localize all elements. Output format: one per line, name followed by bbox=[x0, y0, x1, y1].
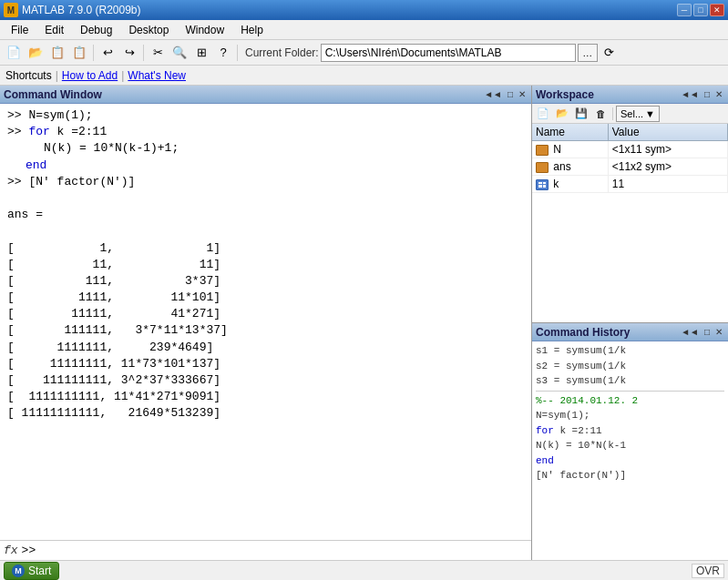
cmd-out-5: [ 11111, 41*271] bbox=[7, 306, 524, 322]
var-value-N: <1x11 sym> bbox=[608, 141, 727, 158]
hist-close-btn[interactable]: ✕ bbox=[713, 327, 724, 337]
hist-entry-8: [N' factor(N')] bbox=[536, 468, 724, 483]
command-input-bar: fx >> bbox=[0, 540, 531, 560]
menu-help[interactable]: Help bbox=[233, 22, 271, 38]
workspace-toolbar: 📄 📂 💾 🗑 Sel... ▼ bbox=[532, 104, 728, 124]
minimize-button[interactable]: ─ bbox=[677, 4, 692, 16]
right-panels: Workspace ◄◄ □ ✕ 📄 📂 💾 🗑 Sel... ▼ bbox=[532, 86, 728, 560]
history-content[interactable]: s1 = symsum(1/k s2 = symsum(1/k s3 = sym… bbox=[532, 341, 728, 560]
cmd-win-pin-btn[interactable]: ◄◄ bbox=[482, 89, 504, 99]
hist-section-label: %-- 2014.01.12. 2 bbox=[536, 393, 724, 409]
toolbar: 📄 📂 📋 📋 ↩ ↪ ✂ 🔍 ⊞ ? Current Folder: … ⟳ bbox=[0, 40, 728, 66]
undo-btn[interactable]: ↩ bbox=[97, 43, 118, 63]
cmd-out-11: [ 11111111111, 21649*513239] bbox=[7, 405, 524, 422]
ws-delete-btn[interactable]: 🗑 bbox=[591, 106, 610, 122]
folder-browse-btn[interactable]: … bbox=[578, 44, 598, 62]
cmd-out-10: [ 1111111111, 11*41*271*9091] bbox=[7, 389, 524, 405]
ws-select-label: Sel... bbox=[620, 108, 643, 119]
cmd-line-5: >> [N' factor(N')] bbox=[7, 174, 524, 190]
menu-edit[interactable]: Edit bbox=[37, 22, 71, 38]
menu-file[interactable]: File bbox=[4, 22, 36, 38]
hist-max-btn[interactable]: □ bbox=[702, 327, 712, 337]
history-titlebar: Command History ◄◄ □ ✕ bbox=[532, 323, 728, 341]
var-icon-ans bbox=[536, 162, 549, 173]
history-title: Command History bbox=[536, 326, 630, 339]
cmd-out-4: [ 1111, 11*101] bbox=[7, 290, 524, 306]
hist-pin-btn[interactable]: ◄◄ bbox=[679, 327, 701, 337]
ws-close-btn[interactable]: ✕ bbox=[713, 89, 724, 99]
cmd-out-7: [ 1111111, 239*4649] bbox=[7, 340, 524, 356]
cmd-input-prompt: >> bbox=[22, 544, 36, 557]
command-content-area[interactable]: >> N=sym(1); >> for k =2:11 N(k) = 10*N(… bbox=[0, 104, 531, 540]
find-btn[interactable]: 🔍 bbox=[169, 43, 190, 63]
col-name[interactable]: Name bbox=[532, 124, 608, 141]
whats-new-link[interactable]: What's New bbox=[128, 69, 186, 82]
how-to-add-link[interactable]: How to Add bbox=[62, 69, 118, 82]
cmd-out-8: [ 11111111, 11*73*101*137] bbox=[7, 356, 524, 372]
hist-entry-1: s1 = symsum(1/k bbox=[536, 343, 724, 359]
cmd-blank-1 bbox=[7, 190, 524, 207]
close-button[interactable]: ✕ bbox=[710, 4, 724, 16]
new-file-btn[interactable]: 📄 bbox=[4, 43, 24, 63]
command-window-titlebar: Command Window ◄◄ □ ✕ bbox=[0, 86, 531, 104]
help-question-btn[interactable]: ? bbox=[213, 43, 233, 63]
cmd-win-max-btn[interactable]: □ bbox=[506, 89, 515, 99]
toolbar-sep1 bbox=[93, 45, 94, 61]
fx-label: fx bbox=[4, 544, 18, 557]
ws-pin-btn[interactable]: ◄◄ bbox=[679, 89, 701, 99]
ws-select-arrow: ▼ bbox=[645, 108, 655, 119]
ws-select-btn[interactable]: Sel... ▼ bbox=[616, 106, 660, 122]
hist-entry-6: N(k) = 10*N(k-1 bbox=[536, 438, 724, 453]
maximize-button[interactable]: □ bbox=[693, 4, 708, 16]
toolbar-sep3 bbox=[237, 45, 238, 61]
cmd-blank-2 bbox=[7, 223, 524, 239]
cmd-out-6: [ 111111, 3*7*11*13*37] bbox=[7, 322, 524, 339]
status-bar: M Start OVR bbox=[0, 560, 728, 580]
redo-btn[interactable]: ↪ bbox=[119, 43, 139, 63]
history-panel: Command History ◄◄ □ ✕ s1 = symsum(1/k s… bbox=[532, 323, 728, 560]
command-input[interactable] bbox=[39, 544, 528, 557]
command-window: Command Window ◄◄ □ ✕ >> N=sym(1); >> fo… bbox=[0, 86, 532, 560]
simulink-btn[interactable]: ⊞ bbox=[191, 43, 211, 63]
toolbar-sep2 bbox=[143, 45, 144, 61]
hist-entry-2: s2 = symsum(1/k bbox=[536, 359, 724, 374]
current-folder-input[interactable] bbox=[321, 44, 576, 62]
folder-nav-btn[interactable]: ⟳ bbox=[600, 43, 620, 63]
current-folder-label: Current Folder: bbox=[245, 46, 319, 59]
paste-btn[interactable]: 📋 bbox=[69, 43, 89, 63]
cut-btn[interactable]: ✂ bbox=[148, 43, 168, 63]
ws-new-btn[interactable]: 📄 bbox=[534, 106, 552, 122]
var-icon-k bbox=[536, 179, 549, 190]
cmd-win-close-btn[interactable]: ✕ bbox=[517, 89, 528, 99]
ws-sep bbox=[612, 107, 613, 120]
var-value-ans: <11x2 sym> bbox=[608, 158, 727, 176]
var-name-N[interactable]: N bbox=[532, 141, 608, 158]
hist-entry-4: N=sym(1); bbox=[536, 408, 724, 423]
cmd-out-1: [ 1, 1] bbox=[7, 240, 524, 257]
ws-save-btn[interactable]: 💾 bbox=[572, 106, 590, 122]
workspace-table[interactable]: Name Value N <1x11 sym> bbox=[532, 124, 728, 322]
start-logo: M bbox=[12, 565, 25, 577]
ws-open-btn[interactable]: 📂 bbox=[553, 106, 571, 122]
menu-bar: File Edit Debug Desktop Window Help bbox=[0, 20, 728, 40]
shortcuts-label: Shortcuts bbox=[5, 69, 52, 82]
menu-debug[interactable]: Debug bbox=[73, 22, 119, 38]
cmd-out-9: [ 111111111, 3^2*37*333667] bbox=[7, 372, 524, 389]
command-window-title: Command Window bbox=[4, 88, 102, 101]
workspace-titlebar: Workspace ◄◄ □ ✕ bbox=[532, 86, 728, 104]
var-row-ans: ans <11x2 sym> bbox=[532, 158, 728, 176]
cmd-ans-label: ans = bbox=[7, 207, 524, 223]
hist-entry-7: end bbox=[536, 453, 724, 469]
menu-desktop[interactable]: Desktop bbox=[121, 22, 176, 38]
menu-window[interactable]: Window bbox=[178, 22, 231, 38]
hist-entry-5: for k =2:11 bbox=[536, 423, 724, 439]
var-name-ans[interactable]: ans bbox=[532, 158, 608, 176]
cmd-line-4: end bbox=[7, 158, 524, 174]
copy-btn[interactable]: 📋 bbox=[47, 43, 67, 63]
open-btn[interactable]: 📂 bbox=[26, 43, 46, 63]
var-name-k[interactable]: k bbox=[532, 176, 608, 193]
start-button[interactable]: M Start bbox=[4, 562, 59, 580]
var-value-k: 11 bbox=[608, 176, 727, 193]
ws-max-btn[interactable]: □ bbox=[702, 89, 712, 99]
col-value[interactable]: Value bbox=[608, 124, 727, 141]
